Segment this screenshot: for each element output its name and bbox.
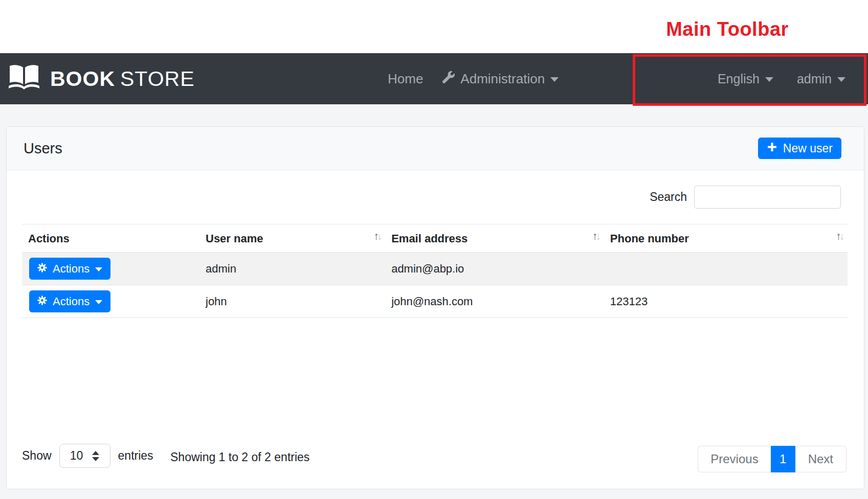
- users-table-wrap: Actions User name ↑↓ Email address ↑↓ Ph…: [22, 224, 848, 318]
- table-header-row: Actions User name ↑↓ Email address ↑↓ Ph…: [22, 224, 848, 253]
- up-down-stepper-icon: [92, 451, 99, 461]
- column-header-user-name[interactable]: User name ↑↓: [199, 224, 385, 253]
- cell-phone: [604, 253, 848, 285]
- main-toolbar: English admin: [718, 53, 845, 104]
- cell-user-name: john: [199, 285, 385, 318]
- row-actions-button[interactable]: Actions: [29, 258, 110, 280]
- gear-icon: [37, 262, 47, 276]
- pagination-page-1[interactable]: 1: [771, 446, 795, 472]
- users-table: Actions User name ↑↓ Email address ↑↓ Ph…: [22, 224, 848, 318]
- new-user-button[interactable]: New user: [758, 138, 841, 159]
- column-header-phone-number[interactable]: Phone number ↑↓: [604, 224, 848, 253]
- language-dropdown[interactable]: English: [718, 72, 773, 86]
- caret-down-icon: [95, 267, 102, 271]
- show-label: Show: [22, 449, 52, 463]
- search-label: Search: [650, 190, 687, 204]
- sort-icon: ↑↓: [592, 230, 601, 242]
- brand-text: BOOKSTORE: [50, 67, 195, 91]
- entries-summary: Showing 1 to 2 of 2 entries: [170, 450, 309, 464]
- table-row: Actions john john@nash.com 123123: [22, 285, 848, 318]
- column-header-actions: Actions: [22, 224, 199, 253]
- brand-logo[interactable]: BOOKSTORE: [7, 53, 195, 104]
- top-navbar: BOOKSTORE Home Administration English ad…: [0, 53, 868, 104]
- row-actions-button[interactable]: Actions: [29, 290, 110, 312]
- sort-icon: ↑↓: [836, 230, 844, 242]
- annotation-main-toolbar: Main Toolbar: [635, 18, 819, 40]
- cell-email: admin@abp.io: [385, 253, 604, 285]
- caret-down-icon: [765, 77, 773, 82]
- caret-down-icon: [837, 77, 845, 82]
- cell-phone: 123123: [604, 285, 848, 318]
- page-size-group: Show 10 entries: [22, 444, 153, 468]
- sort-icon: ↑↓: [373, 230, 382, 242]
- nav-links: Home Administration: [388, 53, 559, 104]
- column-header-email-address[interactable]: Email address ↑↓: [385, 224, 604, 253]
- pagination-next[interactable]: Next: [795, 446, 847, 472]
- table-row: Actions admin admin@abp.io: [22, 253, 848, 285]
- plus-icon: [767, 142, 777, 155]
- nav-item-administration[interactable]: Administration: [442, 71, 559, 87]
- pagination-previous[interactable]: Previous: [698, 446, 770, 472]
- page-background: Users New user Search Actions: [0, 104, 868, 499]
- cell-user-name: admin: [199, 253, 385, 285]
- cell-email: john@nash.com: [385, 285, 604, 318]
- user-dropdown[interactable]: admin: [797, 72, 845, 86]
- entries-label: entries: [118, 449, 153, 463]
- gear-icon: [37, 295, 47, 308]
- wrench-icon: [442, 71, 455, 87]
- caret-down-icon: [95, 300, 102, 304]
- nav-item-home[interactable]: Home: [388, 71, 423, 87]
- caret-down-icon: [550, 77, 559, 82]
- pagination: Previous 1 Next: [698, 446, 847, 472]
- page-title: Users: [24, 140, 62, 157]
- users-card: Users New user Search Actions: [6, 126, 864, 489]
- card-header: Users New user: [7, 127, 864, 170]
- open-book-icon: [7, 63, 41, 94]
- page-size-select[interactable]: 10: [59, 444, 110, 468]
- search-row: Search: [650, 186, 841, 209]
- search-input[interactable]: [694, 186, 841, 209]
